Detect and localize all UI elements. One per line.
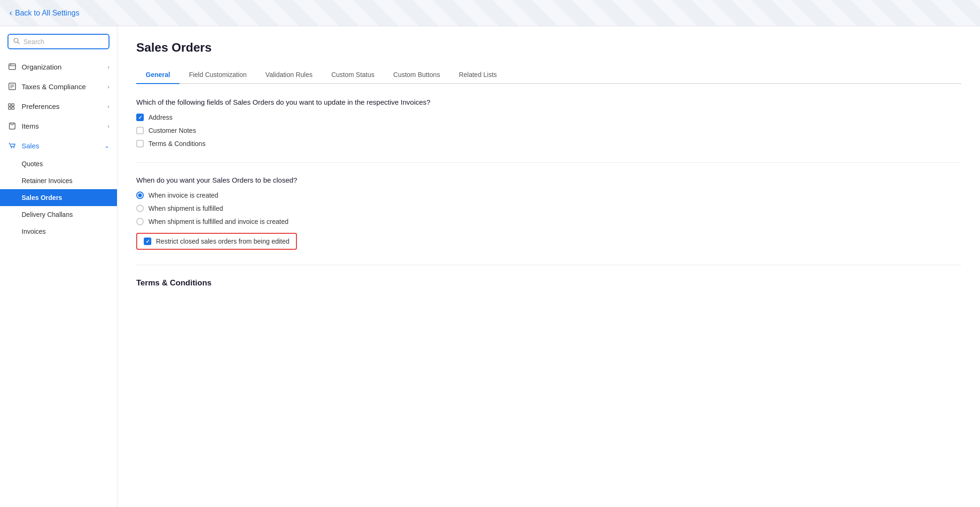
sidebar-item-items[interactable]: Items › [0,116,117,136]
terms-conditions-section: Terms & Conditions [136,278,961,288]
radio-both[interactable] [136,218,144,225]
tab-field-customization[interactable]: Field Customization [179,66,256,84]
preferences-icon [8,101,17,111]
main-content: Sales Orders General Field Customization… [117,26,980,507]
sidebar-item-organization[interactable]: Organization › [0,57,117,77]
sidebar-item-delivery-challans[interactable]: Delivery Challans [0,206,117,223]
tab-custom-buttons[interactable]: Custom Buttons [384,66,450,84]
items-label: Items [22,122,39,130]
search-container [0,34,117,57]
items-icon [8,121,17,131]
tab-validation-rules[interactable]: Validation Rules [256,66,322,84]
radio-row-shipment-fulfilled: When shipment is fulfilled [136,205,961,212]
search-icon [13,38,20,46]
tab-related-lists[interactable]: Related Lists [450,66,506,84]
checkbox-row-terms: Terms & Conditions [136,140,961,147]
sidebar-item-invoices[interactable]: Invoices [0,223,117,240]
preferences-label: Preferences [22,102,60,110]
section-divider-1 [136,162,961,163]
svg-rect-2 [9,64,16,69]
tab-custom-status[interactable]: Custom Status [322,66,384,84]
back-to-settings-link[interactable]: ‹ Back to All Settings [9,8,79,18]
invoice-fields-section: Which of the following fields of Sales O… [136,98,961,147]
checkbox-restrict-closed[interactable] [144,238,151,245]
organization-icon [8,62,17,71]
items-chevron-icon: › [108,123,109,130]
page-title: Sales Orders [136,40,961,55]
restrict-closed-orders-box: Restrict closed sales orders from being … [136,233,297,250]
svg-rect-13 [9,123,15,129]
sidebar-item-quotes[interactable]: Quotes [0,155,117,172]
back-label: Back to All Settings [15,9,79,17]
sidebar-item-sales-orders[interactable]: Sales Orders [0,189,117,206]
checkbox-row-address: Address [136,114,961,121]
organization-chevron-icon: › [108,63,109,70]
sidebar: Organization › Taxes & Compliance › [0,26,117,507]
svg-rect-10 [12,104,14,106]
radio-shipment-fulfilled[interactable] [136,205,144,212]
search-input[interactable] [23,38,104,46]
sidebar-item-preferences[interactable]: Preferences › [0,96,117,116]
svg-point-15 [13,147,14,148]
sidebar-item-taxes[interactable]: Taxes & Compliance › [0,77,117,96]
sales-icon [8,141,17,150]
preferences-chevron-icon: › [108,103,109,110]
radio-invoice-created-label: When invoice is created [148,192,218,199]
taxes-label: Taxes & Compliance [22,83,86,91]
sidebar-item-retainer-invoices[interactable]: Retainer Invoices [0,172,117,189]
checkbox-customer-notes-label: Customer Notes [148,127,196,134]
organization-label: Organization [22,63,62,71]
top-bar: ‹ Back to All Settings [0,0,980,26]
radio-both-label: When shipment is fulfilled and invoice i… [148,218,288,225]
sales-chevron-icon: ⌄ [104,142,109,149]
checkbox-row-customer-notes: Customer Notes [136,127,961,134]
closed-orders-section: When do you want your Sales Orders to be… [136,176,961,250]
radio-row-both: When shipment is fulfilled and invoice i… [136,218,961,225]
taxes-chevron-icon: › [108,83,109,90]
tabs-bar: General Field Customization Validation R… [136,66,961,84]
sales-label: Sales [22,142,39,150]
svg-rect-9 [8,104,11,106]
svg-rect-12 [12,107,14,109]
restrict-closed-label: Restrict closed sales orders from being … [156,238,289,245]
svg-rect-11 [8,107,11,109]
checkbox-customer-notes[interactable] [136,127,144,134]
tab-general[interactable]: General [136,66,179,84]
sidebar-item-sales[interactable]: Sales ⌄ [0,136,117,155]
section-divider-2 [136,265,961,265]
checkbox-address[interactable] [136,114,144,121]
svg-point-14 [11,147,12,148]
radio-shipment-fulfilled-label: When shipment is fulfilled [148,205,223,212]
main-layout: Organization › Taxes & Compliance › [0,26,980,507]
closed-orders-question: When do you want your Sales Orders to be… [136,176,961,184]
checkbox-address-label: Address [148,114,172,121]
terms-conditions-title: Terms & Conditions [136,278,961,288]
taxes-icon [8,82,17,91]
back-chevron-icon: ‹ [9,8,12,18]
svg-line-1 [18,42,20,44]
radio-invoice-created[interactable] [136,192,144,199]
checkbox-terms-label: Terms & Conditions [148,140,205,147]
invoice-fields-question: Which of the following fields of Sales O… [136,98,961,106]
radio-row-invoice-created: When invoice is created [136,192,961,199]
checkbox-terms[interactable] [136,140,144,147]
search-box [8,34,109,49]
